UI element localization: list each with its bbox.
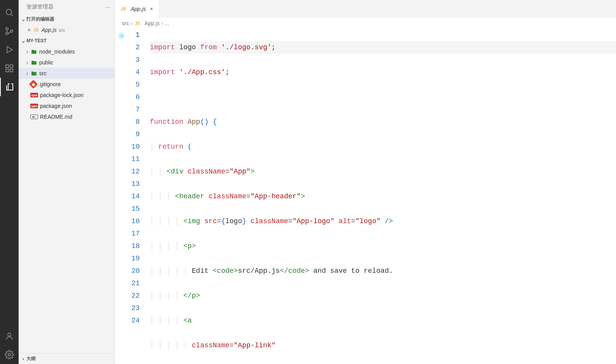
workspace-label: MY-TEST xyxy=(26,38,47,43)
line-number: 5 xyxy=(115,78,140,91)
svg-point-3 xyxy=(6,32,8,35)
chevron-right-icon: › xyxy=(131,20,133,26)
breadcrumb-part[interactable]: ... xyxy=(165,20,169,26)
settings-gear-icon[interactable] xyxy=(0,345,19,364)
svg-rect-9 xyxy=(10,65,13,68)
svg-point-0 xyxy=(6,9,12,15)
svg-rect-8 xyxy=(10,69,13,72)
line-number: 22 xyxy=(115,289,140,302)
line-number: 8 xyxy=(115,116,140,128)
chevron-right-icon: › xyxy=(20,356,26,362)
line-number-gutter: 123456789101112131415161718192021222324 xyxy=(115,29,150,364)
js-file-icon: JS xyxy=(134,20,141,27)
file-label: public xyxy=(39,59,54,66)
line-number: 7 xyxy=(115,103,140,116)
npm-file-icon: npm xyxy=(30,104,38,108)
file-tree-item[interactable]: ◆.gitignore xyxy=(19,79,115,90)
close-icon[interactable]: × xyxy=(148,6,154,12)
tab-label: App.js xyxy=(131,6,146,12)
chevron-down-icon: ⌄ xyxy=(20,16,26,22)
chevron-right-icon: › xyxy=(24,59,30,66)
line-number: 23 xyxy=(115,302,140,314)
line-number: 20 xyxy=(115,265,140,277)
activity-bar xyxy=(0,0,19,364)
tab-app-js[interactable]: JS App.js × xyxy=(115,0,160,18)
react-icon xyxy=(118,31,125,38)
svg-line-1 xyxy=(11,14,13,16)
file-label: package.json xyxy=(40,103,72,109)
file-label: .gitignore xyxy=(38,81,61,87)
svg-point-2 xyxy=(6,28,8,30)
workspace-header[interactable]: ⌄ MY-TEST xyxy=(19,35,115,46)
open-editor-dir: src xyxy=(59,27,65,33)
breadcrumb[interactable]: src › JS App.js › ... xyxy=(115,18,616,29)
line-number: 17 xyxy=(115,227,140,240)
line-number: 4 xyxy=(115,66,140,78)
search-icon[interactable] xyxy=(0,3,19,22)
outline-label: 大纲 xyxy=(26,355,36,362)
line-number: 2 xyxy=(115,41,140,54)
line-number: 14 xyxy=(115,190,140,203)
open-editors-header[interactable]: ⌄ 打开的编辑器 xyxy=(19,14,115,24)
git-file-icon: ◆ xyxy=(29,80,38,89)
chevron-right-icon: › xyxy=(24,70,30,76)
line-number: 9 xyxy=(115,128,140,140)
svg-point-10 xyxy=(8,333,11,336)
file-label: src xyxy=(39,70,47,76)
sidebar-more-icon[interactable]: ··· xyxy=(105,4,110,10)
chevron-right-icon: › xyxy=(161,20,163,26)
svg-point-15 xyxy=(121,35,122,36)
chevron-down-icon: ⌄ xyxy=(20,38,26,44)
line-number: 21 xyxy=(115,277,140,289)
open-editors-label: 打开的编辑器 xyxy=(26,16,54,23)
line-number: 15 xyxy=(115,203,140,215)
file-tree-item[interactable]: npmpackage-lock.json xyxy=(19,90,115,101)
breadcrumb-part[interactable]: src xyxy=(122,20,129,26)
line-number: 3 xyxy=(115,54,140,66)
file-tree-item[interactable]: ›node_modules xyxy=(19,46,115,57)
svg-point-11 xyxy=(8,354,10,356)
js-file-icon: JS xyxy=(33,26,40,33)
explorer-icon[interactable] xyxy=(0,78,19,96)
markdown-file-icon: M↓ xyxy=(30,114,38,119)
file-tree-item[interactable]: M↓README.md xyxy=(19,111,115,122)
open-editor-filename: App.js xyxy=(42,27,57,33)
svg-rect-6 xyxy=(6,65,9,68)
file-tree-item[interactable]: ›public xyxy=(19,57,115,68)
npm-file-icon: npm xyxy=(30,93,38,97)
accounts-icon[interactable] xyxy=(0,327,19,345)
explorer-sidebar: 资源管理器 ··· ⌄ 打开的编辑器 × JS App.js src ⌄ MY-… xyxy=(19,0,115,364)
js-file-icon: JS xyxy=(120,5,127,12)
svg-rect-7 xyxy=(6,69,9,72)
close-icon[interactable]: × xyxy=(26,27,33,33)
code-content[interactable]: import logo from './logo.svg'; import '.… xyxy=(150,29,616,364)
breadcrumb-part[interactable]: App.js xyxy=(144,20,160,26)
file-label: README.md xyxy=(40,114,72,120)
line-number: 13 xyxy=(115,178,140,190)
open-editor-item[interactable]: × JS App.js src xyxy=(19,24,115,35)
line-number: 11 xyxy=(115,153,140,165)
folder-icon xyxy=(30,59,37,66)
line-number: 19 xyxy=(115,252,140,265)
tab-bar: JS App.js × xyxy=(115,0,616,18)
sidebar-title-label: 资源管理器 xyxy=(26,3,54,10)
line-number: 16 xyxy=(115,215,140,227)
chevron-right-icon: › xyxy=(24,49,30,55)
line-number: 12 xyxy=(115,165,140,178)
editor-area: JS App.js × src › JS App.js › ... 123456… xyxy=(115,0,616,364)
line-number: 18 xyxy=(115,240,140,252)
file-tree-item[interactable]: npmpackage.json xyxy=(19,101,115,111)
file-label: package-lock.json xyxy=(40,92,83,98)
line-number: 10 xyxy=(115,140,140,153)
sidebar-title: 资源管理器 ··· xyxy=(19,0,115,14)
extensions-icon[interactable] xyxy=(0,59,19,78)
folder-icon xyxy=(30,70,37,77)
svg-marker-5 xyxy=(7,47,12,53)
file-tree-item[interactable]: ›src xyxy=(19,68,115,79)
outline-header[interactable]: › 大纲 xyxy=(19,353,115,364)
source-control-icon[interactable] xyxy=(0,22,19,40)
run-debug-icon[interactable] xyxy=(0,40,19,59)
code-editor[interactable]: 123456789101112131415161718192021222324 … xyxy=(115,29,616,364)
file-label: node_modules xyxy=(39,49,75,55)
line-number: 6 xyxy=(115,91,140,103)
